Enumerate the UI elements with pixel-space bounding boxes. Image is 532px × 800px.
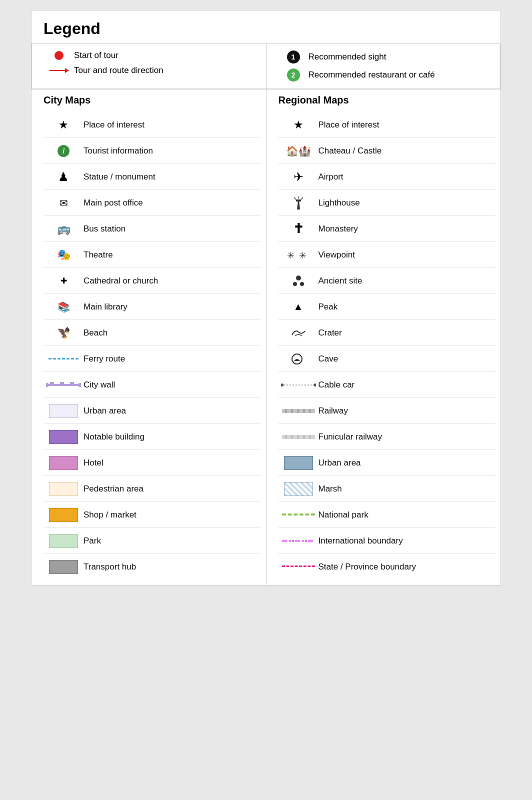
ancient-svg (291, 274, 306, 288)
tour-route-label: Tour and route direction (74, 66, 164, 76)
statue-label: Statue / monument (84, 172, 156, 182)
svg-point-36 (292, 540, 294, 542)
regional-maps-title: Regional Maps (278, 94, 496, 108)
list-item: Lighthouse (278, 190, 496, 216)
tourist-info-icon: i (44, 145, 84, 157)
viewpoint-label: Viewpoint (318, 250, 355, 260)
svg-point-13 (296, 276, 301, 280)
list-item: 🚌 Bus station (44, 216, 261, 242)
svg-point-39 (305, 540, 307, 542)
crater-label: Crater (318, 328, 342, 338)
city-maps-title: City Maps (44, 94, 261, 108)
natpark-label: National park (318, 510, 368, 520)
list-item: ★ Place of interest (44, 112, 261, 138)
airplane-icon: ✈ (278, 170, 318, 184)
crater-svg (290, 328, 307, 338)
list-item: Cable car (278, 372, 496, 398)
shop-market-icon (44, 508, 84, 522)
svg-line-8 (294, 198, 296, 200)
svg-point-15 (300, 282, 304, 286)
svg-rect-1 (50, 382, 54, 385)
statue-icon: ♟ (44, 170, 84, 184)
monastery-label: Monastery (318, 224, 358, 234)
list-item: City wall (44, 372, 261, 398)
railway-icon (278, 408, 318, 414)
top-right: 1 Recommended sight 2 Recommended restau… (266, 44, 500, 88)
chateau-label: Chateau / Castle (318, 146, 382, 156)
svg-point-17 (281, 384, 284, 386)
list-item: ✳ ✳ Viewpoint (278, 242, 496, 268)
recommended-sight-icon: 1 (278, 50, 308, 64)
list-item: Notable building (44, 424, 261, 450)
list-item: 🎭 Theatre (44, 242, 261, 268)
transport-hub-label: Transport hub (84, 562, 136, 572)
recommended-sight-item: 1 Recommended sight (278, 50, 488, 64)
list-item: National park (278, 502, 496, 528)
urban-area-city-icon (44, 404, 84, 418)
park-icon (44, 534, 84, 548)
state-boundary-label: State / Province boundary (318, 562, 416, 572)
tour-route-icon (44, 70, 74, 71)
list-item: Park (44, 528, 261, 554)
svg-point-14 (293, 282, 297, 286)
recommended-restaurant-item: 2 Recommended restaurant or café (278, 68, 488, 82)
list-item: ★ Place of interest (278, 112, 496, 138)
list-item: Hotel (44, 450, 261, 476)
cable-car-svg (281, 382, 316, 388)
bus-station-label: Bus station (84, 224, 126, 234)
list-item: i Tourist information (44, 138, 261, 164)
viewpoint-icon: ✳ ✳ (278, 250, 318, 260)
cable-car-icon (278, 382, 318, 388)
list-item: Transport hub (44, 554, 261, 580)
svg-rect-7 (296, 200, 301, 202)
notable-building-label: Notable building (84, 432, 144, 442)
red-arrow-icon (50, 70, 68, 71)
cross-icon: ✝ (278, 221, 318, 236)
svg-text:✳: ✳ (287, 250, 294, 260)
list-item: Marsh (278, 476, 496, 502)
lighthouse-svg (291, 196, 306, 210)
pedestrian-area-label: Pedestrian area (84, 484, 144, 494)
num-circle-2: 2 (287, 68, 300, 82)
bus-station-icon: 🚌 (44, 222, 84, 236)
list-item: Crater (278, 320, 496, 346)
place-of-interest-city-label: Place of interest (84, 120, 144, 130)
ancient-site-label: Ancient site (318, 276, 362, 286)
intl-boundary-label: International boundary (318, 536, 403, 546)
theatre-icon: 🎭 (44, 248, 84, 262)
top-section: Start of tour Tour and route direction 1… (32, 43, 500, 89)
castle-icon: 🏠🏰 (278, 145, 318, 157)
urban-area-reg-icon (278, 456, 318, 470)
recommended-restaurant-icon: 2 (278, 68, 308, 82)
cave-label: Cave (318, 354, 338, 364)
pedestrian-area-icon (44, 482, 84, 496)
cable-car-label: Cable car (318, 380, 355, 390)
legend-container: Legend Start of tour Tour and route dire… (31, 10, 501, 586)
cathedral-icon: ✚ (44, 276, 84, 286)
cathedral-label: Cathedral or church (84, 276, 158, 286)
ancient-site-icon (278, 274, 318, 288)
cave-icon (278, 353, 318, 365)
city-wall-label: City wall (84, 380, 115, 390)
list-item: ✉ Main post office (44, 190, 261, 216)
hotel-label: Hotel (84, 458, 104, 468)
main-section: City Maps ★ Place of interest i Tourist … (32, 89, 500, 585)
hotel-icon (44, 456, 84, 470)
shop-market-label: Shop / market (84, 510, 136, 520)
red-arrow-line (50, 70, 68, 71)
list-item: ▲ Peak (278, 294, 496, 320)
list-item: International boundary (278, 528, 496, 554)
viewpoint-svg: ✳ ✳ (286, 250, 311, 260)
intl-boundary-icon (278, 539, 318, 543)
svg-point-19 (314, 384, 316, 386)
peak-label: Peak (318, 302, 338, 312)
list-item: Cave (278, 346, 496, 372)
lighthouse-label: Lighthouse (318, 198, 360, 208)
theatre-label: Theatre (84, 250, 113, 260)
svg-point-5 (78, 383, 81, 387)
lighthouse-icon (278, 196, 318, 210)
recommended-restaurant-label: Recommended restaurant or café (308, 70, 435, 80)
funicular-icon (278, 434, 318, 440)
svg-point-4 (46, 383, 49, 387)
library-label: Main library (84, 302, 128, 312)
